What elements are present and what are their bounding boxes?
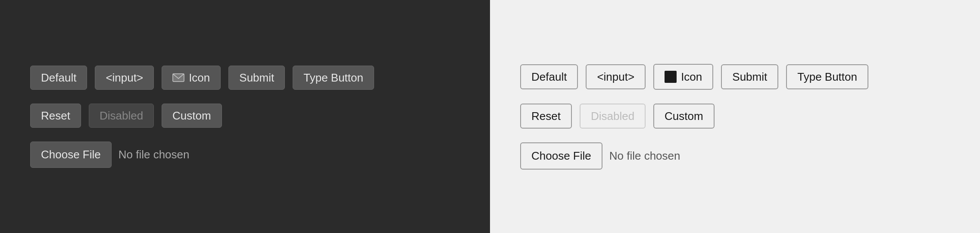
dark-reset-button[interactable]: Reset (30, 104, 81, 128)
light-default-button[interactable]: Default (520, 64, 578, 89)
dark-submit-button[interactable]: Submit (228, 66, 285, 90)
light-reset-button[interactable]: Reset (520, 104, 572, 129)
light-row-2: Reset Disabled Custom (520, 104, 950, 129)
square-icon (665, 71, 677, 83)
dark-disabled-button: Disabled (89, 104, 154, 128)
light-file-input-row: Choose File No file chosen (520, 142, 950, 170)
dark-input-button[interactable]: <input> (95, 66, 154, 90)
light-type-button[interactable]: Type Button (786, 64, 868, 89)
dark-icon-label: Icon (189, 72, 210, 83)
dark-type-button[interactable]: Type Button (293, 66, 374, 90)
light-disabled-button: Disabled (580, 104, 646, 129)
dark-file-input-row: Choose File No file chosen (30, 142, 460, 168)
light-icon-button[interactable]: Icon (653, 64, 713, 90)
dark-row-2: Reset Disabled Custom (30, 104, 460, 128)
dark-no-file-label: No file chosen (119, 148, 190, 161)
light-no-file-label: No file chosen (609, 149, 680, 163)
light-panel: Default <input> Icon Submit Type Button … (490, 0, 980, 233)
dark-panel: Default <input> Icon Submit Type Button … (0, 0, 490, 233)
light-custom-button[interactable]: Custom (653, 104, 715, 129)
dark-row-1: Default <input> Icon Submit Type Button (30, 66, 460, 90)
envelope-icon (172, 73, 184, 82)
dark-choose-file-button[interactable]: Choose File (30, 142, 112, 168)
light-choose-file-button[interactable]: Choose File (520, 142, 602, 170)
light-row-1: Default <input> Icon Submit Type Button (520, 64, 950, 90)
dark-icon-button[interactable]: Icon (162, 66, 221, 90)
light-icon-label: Icon (681, 71, 702, 82)
light-submit-button[interactable]: Submit (721, 64, 778, 89)
light-input-button[interactable]: <input> (586, 64, 646, 89)
dark-default-button[interactable]: Default (30, 66, 87, 90)
dark-custom-button[interactable]: Custom (162, 104, 222, 128)
